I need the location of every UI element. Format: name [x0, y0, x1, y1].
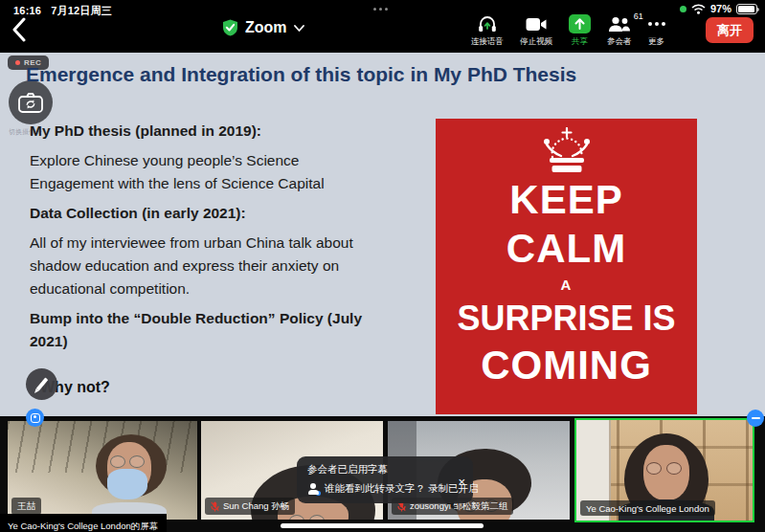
security-shield-icon — [222, 19, 238, 36]
caption-toast: 参会者已启用字幕 谁能看到此转录文字？ 录制已开启 × — [297, 456, 473, 503]
thumbnail-pin-button[interactable] — [26, 409, 44, 427]
wifi-icon — [691, 4, 706, 14]
battery-icon — [736, 4, 757, 14]
muted-mic-icon — [211, 501, 219, 512]
share-screen-icon — [569, 14, 591, 33]
clock: 16:16 — [13, 5, 41, 16]
chevron-down-icon — [294, 25, 304, 32]
rec-dot-icon — [15, 60, 20, 65]
connect-audio-button[interactable]: 连接语音 — [471, 14, 504, 48]
poster-line: COMING — [481, 341, 652, 389]
keep-calm-poster: KEEP CALM A SURPRISE IS COMING — [436, 119, 697, 414]
slide-paragraph: My PhD thesis (planned in 2019): — [30, 120, 413, 143]
meeting-info-dropdown[interactable]: Zoom — [222, 19, 304, 36]
slide-paragraph: Data Collection (in early 2021): — [30, 202, 413, 225]
back-button[interactable] — [11, 17, 31, 42]
multitask-dots-icon — [373, 8, 388, 11]
slide-body: My PhD thesis (planned in 2019): Explore… — [30, 120, 413, 360]
transcript-person-icon — [307, 483, 319, 495]
leave-meeting-button[interactable]: 离开 — [706, 17, 754, 43]
poster-line: KEEP — [509, 175, 622, 224]
toast-line2: 谁能看到此转录文字？ 录制已开启 — [325, 482, 478, 496]
stop-video-button[interactable]: 停止视频 — [520, 14, 552, 48]
screen-share-source-banner: Ye Cao-King's College London的屏幕 — [0, 514, 167, 532]
status-bar-left: 16:167月12日周三 — [13, 4, 112, 18]
slide-paragraph: All of my interviewee from urban China t… — [30, 232, 413, 300]
switch-camera-button[interactable] — [9, 80, 53, 124]
date: 7月12日周三 — [51, 5, 112, 16]
poster-line: A — [561, 273, 573, 297]
recording-indicator-dot — [680, 6, 686, 12]
share-button[interactable]: 共享 — [569, 14, 591, 48]
crown-icon — [536, 127, 597, 175]
annotate-button[interactable] — [26, 368, 57, 400]
status-bar-right: 97% — [680, 3, 757, 14]
slide-paragraph: Bump into the “Double Reduction” Policy … — [30, 307, 413, 353]
video-camera-icon — [526, 14, 547, 33]
toast-close-button[interactable]: × — [458, 474, 465, 488]
poster-line: SURPRISE IS — [457, 297, 675, 341]
meeting-title: Zoom — [245, 19, 287, 36]
slide-title: Emergence and Integration of this topic … — [26, 63, 576, 86]
toast-line1: 参会者已启用字幕 — [307, 463, 452, 477]
shared-screen-slide: REC 切换摄像头 Emergence and Integration of t… — [0, 53, 765, 416]
participants-button[interactable]: 61 参会者 — [607, 14, 632, 48]
participant-video-yecao-active-speaker[interactable]: Ye Cao-King's College London — [574, 418, 754, 522]
flip-camera-icon — [18, 93, 43, 113]
slide-paragraph: Explore Chinese young people’s Science E… — [30, 149, 413, 195]
zoom-meeting-screen: 16:167月12日周三 97% Zoom — [0, 0, 765, 532]
participants-icon: 61 — [608, 16, 631, 33]
participant-name-label: Ye Cao-King's College London — [580, 500, 715, 516]
minus-icon — [752, 417, 760, 419]
battery-percent: 97% — [710, 3, 731, 14]
poster-line: CALM — [506, 224, 626, 273]
more-button[interactable]: 更多 — [648, 14, 665, 48]
more-dots-icon — [648, 14, 665, 33]
headset-icon — [478, 14, 497, 33]
minimize-strip-button[interactable] — [747, 410, 764, 427]
home-indicator[interactable] — [281, 523, 484, 528]
participant-name-label: 王喆 — [11, 498, 41, 515]
participant-count-badge: 61 — [634, 11, 643, 21]
participant-name-label: Sun Chang 孙畅 — [205, 498, 295, 515]
person-in-square-icon — [31, 413, 40, 423]
participant-video-wangzhe[interactable]: 王喆 — [8, 421, 197, 520]
pencil-icon — [35, 377, 48, 390]
toolbar: 连接语音 停止视频 共享 — [471, 14, 665, 48]
